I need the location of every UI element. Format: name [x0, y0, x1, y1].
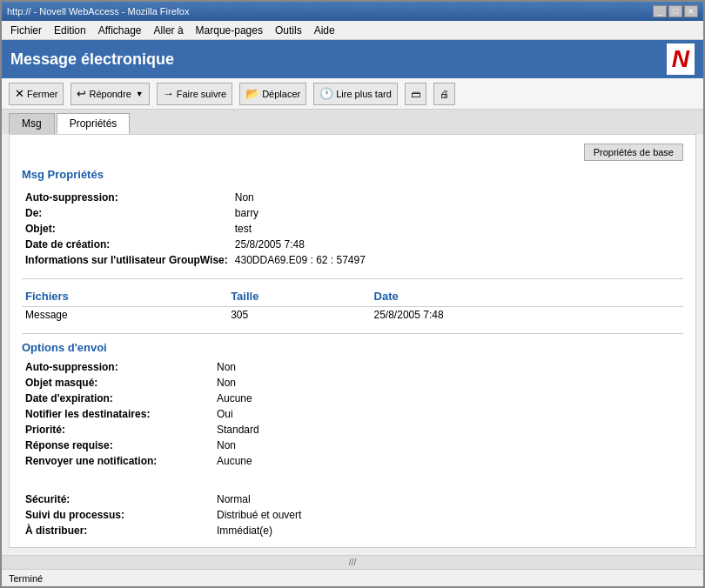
- menu-fichier[interactable]: Fichier: [5, 23, 47, 38]
- option-value: Standard: [213, 422, 683, 438]
- basic-prop-row: Informations sur l'utilisateur GroupWise…: [22, 252, 683, 268]
- print-button[interactable]: 🖨: [433, 83, 455, 105]
- lire-plus-tard-label: Lire plus tard: [336, 89, 392, 99]
- repondre-label: Répondre: [89, 89, 131, 99]
- option-value: Aucune: [213, 391, 683, 406]
- basic-prop-row: De:barry: [22, 205, 683, 221]
- minimize-button[interactable]: _: [653, 5, 667, 17]
- status-text: Terminé: [9, 573, 43, 584]
- options-table: Auto-suppression:NonObjet masqué:NonDate…: [22, 359, 683, 469]
- divider-1: [22, 278, 683, 279]
- option2-value: Normal: [213, 491, 683, 507]
- file-name: Message: [22, 307, 227, 324]
- option2-row: Sécurité:Normal: [22, 491, 683, 507]
- title-bar-text: http:// - Novell WebAccess - Mozilla Fir…: [7, 6, 189, 17]
- close-button[interactable]: ✕: [684, 5, 698, 17]
- option2-value: Immédiat(e): [213, 523, 683, 538]
- fermer-button[interactable]: ✕ Fermer: [9, 83, 64, 105]
- prop-value: 25/8/2005 7:48: [232, 237, 683, 252]
- deplacer-icon: 📂: [245, 87, 259, 100]
- option-value: Non: [213, 438, 683, 453]
- prop-value: barry: [232, 205, 683, 221]
- options-header: Options d'envoi: [22, 341, 683, 354]
- menu-aller-a[interactable]: Aller à: [149, 23, 189, 38]
- date-col-header: Date: [371, 286, 683, 307]
- faire-suivre-icon: →: [163, 87, 174, 100]
- repondre-icon: ↩: [77, 87, 86, 100]
- option-value: Aucune: [213, 453, 683, 469]
- option2-label: À distribuer:: [22, 523, 213, 538]
- content-area: Propriétés de base Msg Propriétés Auto-s…: [9, 134, 696, 548]
- basic-prop-row: Auto-suppression:Non: [22, 190, 683, 205]
- menu-edition[interactable]: Edition: [49, 23, 91, 38]
- prop-label: De:: [22, 205, 232, 221]
- menu-outils[interactable]: Outils: [270, 23, 307, 38]
- status-bar: Terminé: [2, 569, 703, 586]
- option-label: Notifier les destinataires:: [22, 406, 213, 422]
- faire-suivre-button[interactable]: → Faire suivre: [157, 83, 232, 105]
- fermer-label: Fermer: [27, 89, 57, 99]
- option-row: Auto-suppression:Non: [22, 359, 683, 375]
- file-date: 25/8/2005 7:48: [371, 307, 683, 324]
- extra-icon-1[interactable]: 🗃: [405, 83, 426, 105]
- tab-proprietes[interactable]: Propriétés: [57, 113, 131, 134]
- title-bar: http:// - Novell WebAccess - Mozilla Fir…: [2, 2, 703, 21]
- option-value: Non: [213, 359, 683, 375]
- file-size: 305: [227, 307, 370, 324]
- deplacer-button[interactable]: 📂 Déplacer: [239, 83, 306, 105]
- msg-proprietes-header: Msg Propriétés: [22, 168, 683, 183]
- tab-msg[interactable]: Msg: [9, 113, 55, 134]
- option2-label: Sécurité:: [22, 491, 213, 507]
- horizontal-scrollbar[interactable]: ///: [2, 555, 703, 569]
- option-label: Réponse requise:: [22, 438, 213, 453]
- app-header: Message électronique N: [2, 40, 703, 78]
- scroll-indicator: ///: [349, 558, 356, 567]
- prop-value: Non: [232, 190, 683, 205]
- box-icon: 🗃: [411, 89, 420, 99]
- option2-row: Suivi du processus:Distribué et ouvert: [22, 507, 683, 523]
- faire-suivre-label: Faire suivre: [177, 89, 226, 99]
- print-icon: 🖨: [440, 89, 449, 99]
- title-bar-buttons: _ □ ✕: [653, 5, 698, 17]
- option-row: Date d'expiration:Aucune: [22, 391, 683, 406]
- header-row: Propriétés de base: [22, 144, 683, 164]
- option-value: Non: [213, 375, 683, 391]
- option-row: Réponse requise:Non: [22, 438, 683, 453]
- prop-label: Auto-suppression:: [22, 190, 232, 205]
- size-col-header: Taille: [227, 286, 370, 307]
- prop-label: Objet:: [22, 221, 232, 237]
- menu-bar: Fichier Edition Affichage Aller à Marque…: [2, 21, 703, 40]
- option2-label: Suivi du processus:: [22, 507, 213, 523]
- files-col-header: Fichiers: [22, 286, 227, 307]
- prop-label: Informations sur l'utilisateur GroupWise…: [22, 252, 232, 268]
- menu-aide[interactable]: Aide: [309, 23, 340, 38]
- divider-2: [22, 333, 683, 334]
- option-value: Oui: [213, 406, 683, 422]
- menu-marque-pages[interactable]: Marque-pages: [191, 23, 268, 38]
- option-label: Objet masqué:: [22, 375, 213, 391]
- props-base-button[interactable]: Propriétés de base: [584, 144, 683, 161]
- prop-value: 430DDA69.E09 : 62 : 57497: [232, 252, 683, 268]
- maximize-button[interactable]: □: [668, 5, 682, 17]
- option-row: Priorité:Standard: [22, 422, 683, 438]
- basic-prop-row: Date de création:25/8/2005 7:48: [22, 237, 683, 252]
- deplacer-label: Déplacer: [262, 89, 300, 99]
- tabs: Msg Propriétés: [2, 110, 703, 134]
- menu-affichage[interactable]: Affichage: [93, 23, 147, 38]
- option-row: Objet masqué:Non: [22, 375, 683, 391]
- basic-props-table: Auto-suppression:NonDe:barryObjet:testDa…: [22, 190, 683, 268]
- option-label: Priorité:: [22, 422, 213, 438]
- repondre-button[interactable]: ↩ Répondre ▼: [70, 83, 149, 105]
- option-label: Date d'expiration:: [22, 391, 213, 406]
- prop-value: test: [232, 221, 683, 237]
- option-row: Renvoyer une notification:Aucune: [22, 453, 683, 469]
- novell-logo: N: [667, 43, 695, 75]
- app-area: Message électronique N ✕ Fermer ↩ Répond…: [2, 40, 703, 586]
- app-title: Message électronique: [10, 50, 174, 69]
- browser-window: http:// - Novell WebAccess - Mozilla Fir…: [0, 0, 705, 588]
- toolbar: ✕ Fermer ↩ Répondre ▼ → Faire suivre 📂 D…: [2, 78, 703, 110]
- fermer-icon: ✕: [15, 87, 24, 100]
- lire-plus-tard-icon: 🕐: [319, 87, 333, 100]
- repondre-arrow-icon: ▼: [136, 90, 144, 98]
- lire-plus-tard-button[interactable]: 🕐 Lire plus tard: [313, 83, 398, 105]
